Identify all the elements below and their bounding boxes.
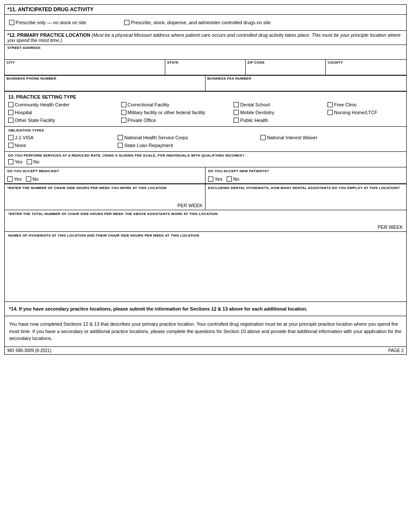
chair-per-week: PER WEEK bbox=[7, 203, 202, 208]
section11-title: *11. ANTICIPATED DRUG ACTIVITY bbox=[7, 6, 93, 13]
hygienist-area[interactable] bbox=[8, 239, 403, 300]
section13-title: 13. PRACTICE SETTING TYPE bbox=[8, 94, 403, 99]
new-patients-label: DO YOU ACCEPT NEW PATIENTS? bbox=[208, 169, 404, 173]
other-state-checkbox[interactable] bbox=[8, 118, 13, 123]
mobile-dentistry-checkbox[interactable] bbox=[234, 110, 239, 115]
zip-label: ZIP CODE bbox=[247, 61, 324, 64]
correctional-label: Correctional Facility bbox=[128, 102, 170, 107]
footer-right: PAGE 2 bbox=[389, 348, 404, 353]
section14-title: *14. If you have secondary practice loca… bbox=[9, 306, 308, 311]
private-office-label: Private Office bbox=[128, 118, 156, 123]
sliding-label: DO YOU PERFORM SERVICES AT A REDUCED RAT… bbox=[8, 154, 403, 157]
county-input[interactable] bbox=[328, 64, 405, 74]
prescribe-stock-label: Prescribe, stock, dispense, and administ… bbox=[131, 20, 270, 25]
hospital-checkbox[interactable] bbox=[8, 110, 13, 115]
fax-label: BUSINESS FAX NUMBER bbox=[207, 77, 405, 80]
private-office-checkbox[interactable] bbox=[121, 118, 126, 123]
state-input[interactable] bbox=[167, 64, 244, 74]
dental-asst-label: EXCLUDING DENTAL HYGIENISTS, HOW MANY DE… bbox=[208, 186, 404, 190]
new-patients-yes-label: Yes bbox=[215, 176, 222, 182]
niw-checkbox[interactable] bbox=[260, 135, 266, 140]
j1-visa-label: J-1 VISA bbox=[15, 135, 33, 140]
street-label: STREET ADDRESS bbox=[7, 46, 404, 50]
zip-input[interactable] bbox=[247, 64, 324, 74]
community-health-checkbox[interactable] bbox=[8, 102, 13, 107]
nursing-home-label: Nursing Home/LTCF bbox=[334, 110, 377, 115]
none-label: None bbox=[15, 143, 26, 148]
public-health-checkbox[interactable] bbox=[234, 118, 239, 123]
nhsc-checkbox[interactable] bbox=[118, 135, 123, 140]
military-label: Military facility or other federal facil… bbox=[128, 110, 206, 115]
medicaid-label: DO YOU ACCEPT MEDICAID? bbox=[7, 169, 202, 173]
county-label: COUNTY bbox=[328, 61, 405, 64]
street-input[interactable] bbox=[7, 50, 404, 59]
medicaid-yes-label: Yes bbox=[14, 176, 22, 182]
phone-label: BUSINESS PHONE NUMBER bbox=[6, 77, 203, 80]
niw-label: National Interest Waiver bbox=[267, 135, 318, 140]
free-clinic-label: Free Clinic bbox=[334, 102, 357, 107]
new-patients-no-checkbox[interactable] bbox=[227, 176, 232, 182]
chair-label: *ENTER THE NUMBER OF CHAIR SIDE HOURS PE… bbox=[7, 186, 202, 190]
prescribe-stock-checkbox[interactable] bbox=[124, 20, 129, 25]
phone-input[interactable] bbox=[6, 80, 203, 90]
nhsc-label: National Health Service Corps bbox=[124, 135, 188, 140]
hospital-label: Hospital bbox=[15, 110, 32, 115]
nursing-home-checkbox[interactable] bbox=[328, 110, 333, 115]
footer-left: MO 580-3009 (8-2021) bbox=[7, 348, 51, 353]
dental-school-checkbox[interactable] bbox=[234, 102, 239, 107]
mobile-dentistry-label: Mobile Dentistry bbox=[240, 110, 274, 115]
city-input[interactable] bbox=[6, 64, 163, 74]
hygienist-label: NAMES OF HYGIENISTS AT THIS LOCATION AND… bbox=[8, 234, 403, 237]
public-health-label: Public Health bbox=[240, 118, 268, 123]
total-per-week: PER WEEK bbox=[8, 224, 403, 230]
community-health-label: Community Health Center bbox=[15, 102, 70, 107]
medicaid-yes-checkbox[interactable] bbox=[7, 176, 13, 182]
medicaid-no-label: No bbox=[32, 176, 39, 182]
dental-school-label: Dental School bbox=[240, 102, 270, 107]
sliding-no-checkbox[interactable] bbox=[27, 159, 32, 164]
military-checkbox[interactable] bbox=[121, 110, 126, 115]
sliding-yes-checkbox[interactable] bbox=[8, 159, 13, 164]
correctional-checkbox[interactable] bbox=[121, 102, 126, 107]
free-clinic-checkbox[interactable] bbox=[328, 102, 333, 107]
closing-text: You have now completed Sections 12 & 13 … bbox=[9, 321, 401, 341]
new-patients-no-label: No bbox=[233, 176, 239, 182]
section12-title: *12. PRIMARY PRACTICE LOCATION bbox=[7, 32, 90, 38]
city-label: CITY bbox=[6, 61, 163, 64]
medicaid-no-checkbox[interactable] bbox=[26, 176, 31, 182]
total-chair-label: *ENTER THE TOTAL NUMBER OF CHAIR SIDE HO… bbox=[8, 212, 403, 216]
obligation-label: OBLIGATION TYPES bbox=[8, 128, 403, 132]
none-checkbox[interactable] bbox=[8, 143, 13, 148]
new-patients-yes-checkbox[interactable] bbox=[208, 176, 213, 182]
sliding-yes-label: Yes bbox=[15, 159, 22, 164]
fax-input[interactable] bbox=[207, 80, 405, 90]
other-state-label: Other State Facility bbox=[15, 118, 55, 123]
state-loan-checkbox[interactable] bbox=[118, 143, 123, 148]
prescribe-only-checkbox[interactable] bbox=[9, 20, 14, 25]
state-label: STATE bbox=[167, 61, 244, 64]
state-loan-label: State Loan Repayment bbox=[124, 143, 173, 148]
sliding-no-label: No bbox=[33, 159, 39, 164]
j1-visa-checkbox[interactable] bbox=[8, 135, 13, 140]
prescribe-only-label: Prescribe only — no stock on site bbox=[16, 20, 86, 25]
